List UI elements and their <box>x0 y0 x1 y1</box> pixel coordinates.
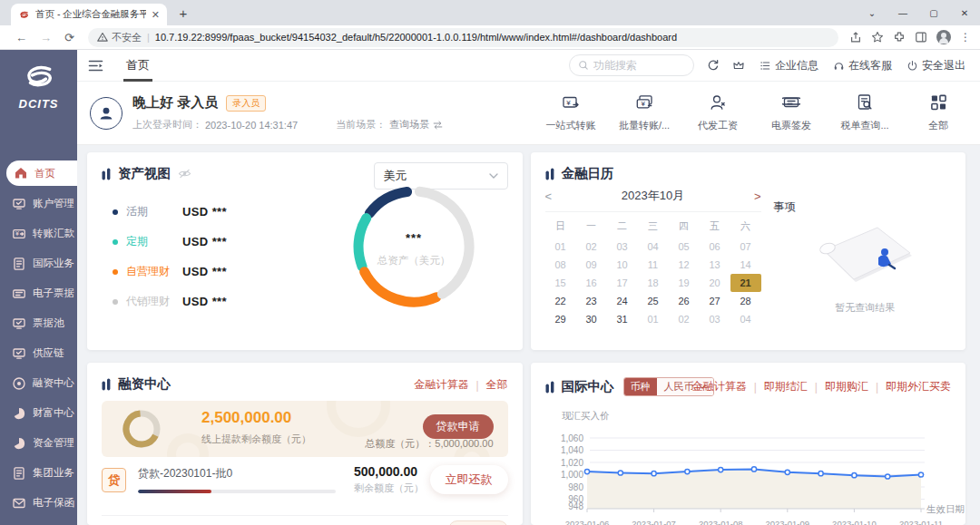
calendar-day-selected[interactable]: 21 <box>730 274 761 292</box>
window-chevron-icon[interactable]: ⌄ <box>857 8 887 18</box>
side-panel-icon[interactable] <box>915 31 927 44</box>
calendar-day[interactable]: 27 <box>700 292 730 310</box>
financing-link-2[interactable]: 全部 <box>486 377 508 393</box>
user-avatar[interactable] <box>90 97 122 130</box>
calendar-day[interactable]: 23 <box>576 292 607 310</box>
calendar-day[interactable]: 19 <box>669 274 700 292</box>
sidebar-item-4[interactable]: 国际业务 <box>0 248 77 278</box>
app-header: 首页 企业信息在线客服安全退出 <box>77 50 980 82</box>
calendar-day[interactable]: 06 <box>700 238 730 256</box>
fx-rate-chart: 1,0601,0401,0201,0009809609482023-01-062… <box>542 403 965 525</box>
calendar-day[interactable]: 25 <box>638 292 669 310</box>
sidebar-item-9[interactable]: 财富中心 <box>0 398 77 428</box>
calendar-day[interactable]: 24 <box>607 292 638 310</box>
quick-action-6[interactable]: 全部 <box>913 93 964 132</box>
window-minimize-icon[interactable]: — <box>887 8 918 18</box>
browser-profile-avatar[interactable] <box>936 30 951 44</box>
quick-action-5[interactable]: 税单查询... <box>839 93 890 132</box>
refresh-icon[interactable] <box>707 59 720 72</box>
bookmark-star-icon[interactable] <box>871 31 884 44</box>
calendar-day[interactable]: 14 <box>730 256 761 274</box>
calendar-day[interactable]: 01 <box>638 310 669 328</box>
share-icon[interactable] <box>849 31 862 44</box>
calendar-day[interactable]: 16 <box>576 274 607 292</box>
new-tab-button[interactable]: + <box>172 2 194 24</box>
calendar-day[interactable]: 10 <box>607 256 638 274</box>
quick-action-2[interactable]: ¥批量转账/... <box>619 93 670 132</box>
window-maximize-icon[interactable]: ▢ <box>918 8 949 18</box>
intl-link-4[interactable]: 即期外汇买卖 <box>886 379 951 394</box>
calendar-day[interactable]: 29 <box>545 310 576 328</box>
remaining-quota-label: 线上提款剩余额度（元） <box>201 433 311 446</box>
calendar-day[interactable]: 28 <box>730 292 761 310</box>
sidebar-item-11[interactable]: 集团业务 <box>0 458 77 488</box>
calendar-next-icon[interactable]: > <box>754 190 761 203</box>
calendar-day[interactable]: 03 <box>700 310 730 328</box>
calendar-day[interactable]: 03 <box>607 238 638 256</box>
calendar-day[interactable]: 18 <box>638 274 669 292</box>
tab-home[interactable]: 首页 <box>123 50 152 82</box>
forward-icon[interactable]: → <box>40 31 52 44</box>
calendar-day[interactable]: 01 <box>545 238 576 256</box>
sidebar-item-1[interactable]: 首页 <box>6 160 77 186</box>
back-icon[interactable]: ← <box>15 31 27 44</box>
calendar-day[interactable]: 02 <box>576 238 607 256</box>
function-search[interactable] <box>569 54 694 76</box>
sidebar-item-12[interactable]: 电子保函 <box>0 488 77 518</box>
calendar-prev-icon[interactable]: < <box>545 190 553 203</box>
calendar-day[interactable]: 17 <box>607 274 638 292</box>
loan-badge: 贷 <box>102 468 126 492</box>
sidebar-item-10[interactable]: 资金管理 <box>0 428 77 458</box>
calendar-day[interactable]: 07 <box>730 238 761 256</box>
browser-menu-icon[interactable]: ⋮ <box>960 31 971 44</box>
sidebar-item-3[interactable]: ¥转账汇款 <box>0 219 77 248</box>
repay-now-button[interactable]: 立即还款 <box>430 465 508 494</box>
header-link-2[interactable]: 在线客服 <box>833 58 892 73</box>
calendar-day[interactable]: 02 <box>669 310 700 328</box>
loan-apply-button[interactable]: 贷款申请 <box>423 414 494 439</box>
calendar-day[interactable]: 09 <box>576 256 607 274</box>
header-link-3[interactable]: 安全退出 <box>906 58 965 73</box>
loan-remaining-label: 剩余额度（元） <box>354 481 424 495</box>
calendar-day[interactable]: 05 <box>669 238 700 256</box>
reload-icon[interactable]: ⟳ <box>64 31 74 44</box>
quick-action-3[interactable]: 代发工资 <box>692 93 743 132</box>
browser-tab[interactable]: 首页 - 企业综合金融服务平台 ✕ <box>11 4 167 25</box>
ticket-icon <box>12 287 26 301</box>
quick-action-4[interactable]: 电票签发 <box>766 93 817 132</box>
crown-icon[interactable] <box>732 59 745 72</box>
calendar-day[interactable]: 04 <box>730 310 761 328</box>
calendar-day[interactable]: 22 <box>545 292 576 310</box>
extensions-icon[interactable] <box>893 31 906 44</box>
sidebar-item-8[interactable]: 融资中心 <box>0 368 77 398</box>
sidebar-item-6[interactable]: 票据池 <box>0 308 77 338</box>
quick-action-1[interactable]: ¥一站式转账 <box>545 93 596 132</box>
intl-link-3[interactable]: 即期购汇 <box>825 379 868 394</box>
eye-slash-icon[interactable] <box>178 168 191 180</box>
calendar-day[interactable]: 20 <box>700 274 730 292</box>
quota-ring-icon <box>122 409 162 449</box>
calendar-day[interactable]: 13 <box>700 256 730 274</box>
sidebar-item-7[interactable]: 供应链 <box>0 338 77 368</box>
calendar-day[interactable]: 04 <box>638 238 669 256</box>
card-transfer-icon: ¥ <box>562 93 581 113</box>
sidebar-item-2[interactable]: 账户管理 <box>0 189 77 219</box>
intl-link-2[interactable]: 即期结汇 <box>764 379 808 394</box>
calendar-day[interactable]: 15 <box>545 274 576 292</box>
window-close-icon[interactable]: ✕ <box>949 8 980 18</box>
header-link-1[interactable]: 企业信息 <box>760 58 818 73</box>
tab-close-icon[interactable]: ✕ <box>152 9 160 21</box>
collapse-menu-icon[interactable] <box>88 59 103 73</box>
search-input[interactable] <box>593 59 675 72</box>
calendar-day[interactable]: 26 <box>669 292 700 310</box>
switch-scene-icon[interactable] <box>433 121 443 130</box>
url-bar[interactable]: 不安全 | 10.7.19.22:8999/fpaas_bucket/94154… <box>88 28 838 47</box>
calendar-day[interactable]: 31 <box>607 310 638 328</box>
financing-link-1[interactable]: 金融计算器 <box>414 377 468 393</box>
calendar-day[interactable]: 11 <box>638 256 669 274</box>
calendar-day[interactable]: 30 <box>576 310 607 328</box>
calendar-day[interactable]: 08 <box>545 256 576 274</box>
sidebar-item-5[interactable]: 电子票据 <box>0 278 77 308</box>
calendar-day[interactable]: 12 <box>669 256 700 274</box>
intl-link-1[interactable]: 金融计算器 <box>692 379 747 394</box>
